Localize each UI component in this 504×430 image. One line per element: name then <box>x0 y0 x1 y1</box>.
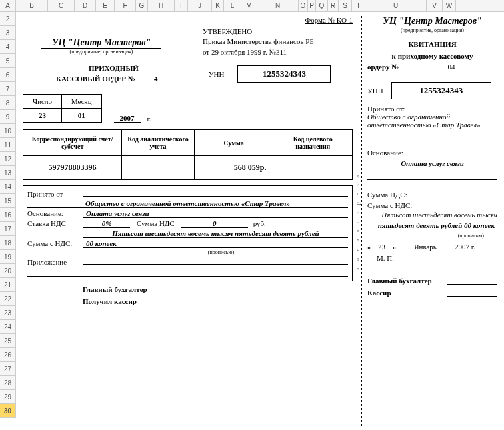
row-header[interactable]: 28 <box>0 376 15 390</box>
r-order-no[interactable]: 04 <box>405 63 497 71</box>
col-header[interactable]: N <box>257 0 299 11</box>
main-td-code[interactable] <box>122 156 195 180</box>
r-year[interactable]: 2007 г. <box>455 243 475 251</box>
col-header[interactable]: I <box>175 0 188 11</box>
r-sum-words-1[interactable]: Пятьсот шестьдесят восемь тысяч <box>367 211 497 219</box>
order-number[interactable]: 4 <box>141 75 171 83</box>
row-header[interactable]: 25 <box>0 334 15 348</box>
row-header[interactable]: 24 <box>0 320 15 334</box>
r-sum-vat-label: Сумма с НДС: <box>367 201 497 209</box>
col-header[interactable]: W <box>443 0 456 11</box>
col-header[interactable]: Q <box>316 0 328 11</box>
col-header[interactable]: C <box>48 0 75 11</box>
col-header[interactable]: L <box>224 0 241 11</box>
col-header[interactable]: D <box>75 0 96 11</box>
col-header[interactable]: K <box>212 0 224 11</box>
unn-value[interactable]: 1255324343 <box>237 65 331 83</box>
col-header[interactable]: A <box>0 0 16 11</box>
r-sum-words-2[interactable]: пятьдесят девять рублей 00 копеек <box>367 220 497 231</box>
row-header[interactable]: 9 <box>0 110 15 124</box>
row-header[interactable]: 11 <box>0 138 15 152</box>
row-header[interactable]: 22 <box>0 292 15 306</box>
sum-vat-label: Сумма с НДС: <box>27 239 83 247</box>
vat-sum-label: Сумма НДС <box>137 219 175 227</box>
date-day[interactable]: 23 <box>23 109 62 123</box>
r-basis[interactable]: Оплата услуг связи <box>367 158 497 169</box>
col-header[interactable]: J <box>188 0 212 11</box>
main-td-acct[interactable]: 597978803396 <box>23 156 122 180</box>
row-header[interactable]: 6 <box>0 68 15 82</box>
col-header[interactable]: O <box>299 0 308 11</box>
col-header[interactable]: S <box>339 0 352 11</box>
row-header[interactable]: 29 <box>0 390 15 404</box>
row-header[interactable]: 13 <box>0 166 15 180</box>
row-header[interactable]: 27 <box>0 362 15 376</box>
col-header[interactable]: M <box>241 0 257 11</box>
r-received-label: Принято от: <box>367 105 497 113</box>
cut-text: л и н и я о т р е з а <box>355 172 361 269</box>
date-year[interactable]: 2007 <box>114 114 141 123</box>
row-header[interactable]: 2 <box>0 12 15 26</box>
vat-rate[interactable]: 0% <box>83 219 130 228</box>
col-header[interactable]: G <box>136 0 148 11</box>
main-th-acct: Корреспондирующий счет/субсчет <box>23 130 122 156</box>
row-header[interactable]: 4 <box>0 40 15 54</box>
row-header[interactable]: 30 <box>0 404 15 418</box>
r-unn-label: УНН <box>367 87 383 95</box>
sig-cashier-recv: Получил кассир <box>83 297 169 305</box>
main-td-purpose[interactable] <box>273 156 353 180</box>
row-header[interactable]: 12 <box>0 152 15 166</box>
col-header[interactable]: V <box>427 0 443 11</box>
org-name[interactable]: УЦ "Центр Мастеров" <box>41 37 161 49</box>
date-month[interactable]: 01 <box>61 109 101 123</box>
row-header[interactable]: 3 <box>0 26 15 40</box>
row-header[interactable]: 15 <box>0 194 15 208</box>
details-block: Принято от Общество с ограниченной ответ… <box>23 185 353 281</box>
basis-value[interactable]: Оплата услуг связи <box>83 209 348 218</box>
col-header[interactable]: R <box>328 0 339 11</box>
order-pane: Форма № КО-1 УТВЕРЖДЕНО Приказ Министерс… <box>23 16 353 426</box>
col-header[interactable]: B <box>16 0 48 11</box>
col-header[interactable]: U <box>365 0 427 11</box>
row-header[interactable]: 16 <box>0 208 15 222</box>
row-header[interactable]: 14 <box>0 180 15 194</box>
received-value[interactable]: Общество с ограниченной ответственностью… <box>27 199 348 208</box>
sum-words-2[interactable]: 00 копеек <box>83 239 348 248</box>
rub-label: руб. <box>253 219 266 227</box>
row-header[interactable]: 8 <box>0 96 15 110</box>
row-header[interactable]: 18 <box>0 236 15 250</box>
r-unn[interactable]: 1255324343 <box>391 82 491 99</box>
in-words-sub: (прописью) <box>94 249 348 255</box>
main-th-purpose: Код целевого назначения <box>273 130 353 156</box>
r-received-2[interactable]: ответственностью «Стар Травел» <box>367 121 497 129</box>
r-received-1[interactable]: Общество с ограниченной <box>367 113 497 121</box>
r-basis-label: Основание: <box>367 149 497 157</box>
col-header[interactable]: T <box>352 0 365 11</box>
row-header[interactable]: 21 <box>0 278 15 292</box>
vat-sum[interactable]: 0 <box>181 219 248 228</box>
row-header[interactable]: 5 <box>0 54 15 68</box>
row-header[interactable]: 23 <box>0 306 15 320</box>
r-sig-chief: Главный бухгалтер <box>367 277 447 285</box>
col-header[interactable]: H <box>148 0 175 11</box>
r-month[interactable]: Январь <box>399 243 452 251</box>
row-header[interactable]: 19 <box>0 250 15 264</box>
row-numbers: 2345678910111213141516171819202122232425… <box>0 12 16 418</box>
main-td-sum[interactable]: 568 059р. <box>194 156 273 180</box>
col-header[interactable]: P <box>308 0 316 11</box>
row-header[interactable]: 17 <box>0 222 15 236</box>
r-day[interactable]: 23 <box>374 243 390 251</box>
col-header[interactable]: E <box>96 0 115 11</box>
sum-words-1[interactable]: Пятьсот шестьдесят восемь тысяч пятьдеся… <box>83 229 348 238</box>
attach-label: Приложение <box>27 258 83 266</box>
row-header[interactable]: 20 <box>0 264 15 278</box>
r-org-name[interactable]: УЦ "Центр Мастеров" <box>373 16 493 27</box>
row-header[interactable]: 7 <box>0 82 15 96</box>
quote-l: « <box>367 243 371 251</box>
quote-r: » <box>393 243 397 251</box>
row-header[interactable]: 26 <box>0 348 15 362</box>
col-header[interactable]: F <box>115 0 136 11</box>
row-header[interactable]: 10 <box>0 124 15 138</box>
cut-line: л и н и я о т р е з а <box>353 16 362 426</box>
main-table: Корреспондирующий счет/субсчет Код анали… <box>23 129 353 180</box>
